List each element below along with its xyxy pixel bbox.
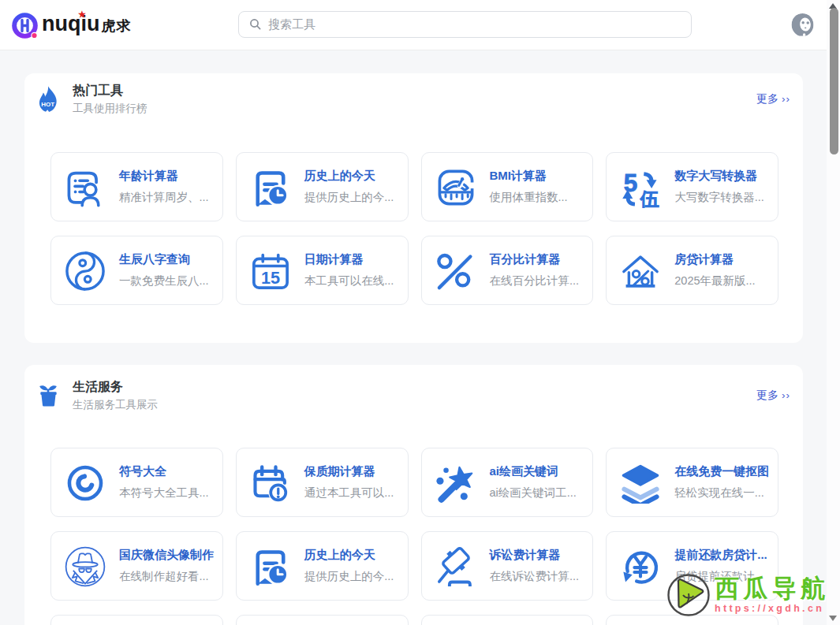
svg-text:伍: 伍 — [640, 188, 659, 208]
svg-text:HOT: HOT — [41, 101, 54, 108]
svg-text:15: 15 — [261, 268, 280, 288]
